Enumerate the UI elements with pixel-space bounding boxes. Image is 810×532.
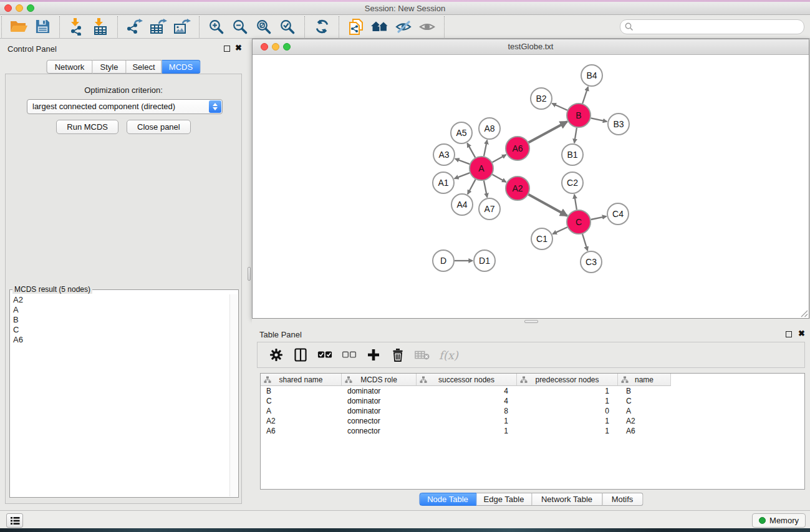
export-image-icon[interactable] [170,16,194,37]
table-cell[interactable]: 8 [417,406,517,416]
table-cell[interactable]: dominator [342,406,417,416]
mcds-result-item[interactable]: C [11,325,228,335]
graph-node-A4[interactable]: A4 [451,194,473,215]
graph-node-A1[interactable]: A1 [433,172,454,193]
graph-edge-C-C2[interactable] [574,195,577,210]
graph-node-A2[interactable]: A2 [506,177,529,200]
float-panel-icon[interactable] [786,331,792,337]
table-cell[interactable]: 1 [517,396,618,406]
select-all-icon[interactable] [317,347,332,362]
tab-mcds[interactable]: MCDS [162,60,201,74]
table-cell[interactable]: A2 [618,416,671,426]
home-icon[interactable] [368,16,392,37]
graph-edge-A-A1[interactable] [455,173,470,178]
graph-edge-A6-B[interactable] [529,122,567,143]
mcds-result-item[interactable]: A [11,305,228,315]
table-cell[interactable]: dominator [342,386,417,396]
splitter-handle[interactable] [248,267,251,281]
graph-node-C3[interactable]: C3 [581,251,602,273]
column-header-successor-nodes[interactable]: successor nodes [417,374,517,386]
graph-node-C2[interactable]: C2 [562,172,583,193]
zoom-in-icon[interactable] [205,16,228,37]
graph-edge-A-A3[interactable] [455,159,470,165]
graph-node-A7[interactable]: A7 [479,198,500,220]
graph-edge-A-A4[interactable] [468,180,476,195]
table-cell[interactable]: B [261,386,342,396]
zoom-fit-icon[interactable] [252,16,276,37]
delete-column-icon[interactable] [390,347,405,362]
table-row[interactable]: Bdominator41B [261,386,804,396]
delete-table-icon[interactable] [415,347,430,362]
float-panel-icon[interactable] [224,46,230,52]
show-task-list-button[interactable] [6,513,23,528]
graph-edge-B-B1[interactable] [574,128,577,143]
tab-network[interactable]: Network [47,60,93,74]
table-cell[interactable]: A [261,406,342,416]
tab-motifs[interactable]: Motifs [602,493,643,506]
table-row[interactable]: Cdominator41C [261,396,804,406]
add-column-icon[interactable] [366,347,381,362]
table-cell[interactable]: A2 [261,416,342,426]
table-cell[interactable]: dominator [342,396,417,406]
hide-graphics-details-icon[interactable] [392,16,415,37]
table-cell[interactable]: connector [342,416,417,426]
graph-node-B[interactable]: B [567,104,591,127]
close-panel-icon[interactable]: ✖ [235,43,242,52]
deselect-all-icon[interactable] [342,347,357,362]
table-row[interactable]: A6connector11A6 [261,426,804,436]
import-network-icon[interactable] [65,16,89,37]
tab-style[interactable]: Style [93,60,127,74]
table-cell[interactable]: A6 [618,426,671,436]
table-cell[interactable]: 4 [417,396,517,406]
graph-edge-A-A6[interactable] [493,155,506,162]
table-cell[interactable]: C [261,396,342,406]
graph-node-C4[interactable]: C4 [607,203,629,225]
resize-grip-icon[interactable] [801,310,808,317]
graph-edge-B-B2[interactable] [552,104,567,110]
graph-node-B1[interactable]: B1 [562,144,583,165]
table-cell[interactable]: A6 [261,426,342,436]
graph-node-D[interactable]: D [433,250,454,271]
column-header-shared-name[interactable]: shared name [261,374,342,386]
session-documents-icon[interactable] [344,16,368,37]
network-canvas[interactable]: B4B2BB3A8A5A6A3B1AA1C2A2A4A7C4CC1C3DD1 [253,56,809,318]
graph-node-B2[interactable]: B2 [531,88,552,109]
result-scrollbar[interactable] [229,294,238,496]
export-network-icon[interactable] [123,16,147,37]
graph-node-B4[interactable]: B4 [581,65,602,86]
gear-icon[interactable] [269,347,284,362]
splitter-handle[interactable] [524,320,538,323]
mcds-result-item[interactable]: A2 [11,295,228,305]
graph-node-D1[interactable]: D1 [474,250,495,271]
refresh-icon[interactable] [310,16,334,37]
show-graphics-details-icon[interactable] [415,16,439,37]
table-cell[interactable]: B [618,386,671,396]
graph-node-C[interactable]: C [567,210,591,234]
graph-edge-B-B4[interactable] [582,87,588,104]
graph-edge-A-A7[interactable] [484,181,487,198]
criterion-select[interactable]: largest connected component (directed) [27,99,223,114]
tab-select[interactable]: Select [127,60,162,74]
graph-node-B3[interactable]: B3 [608,114,629,135]
save-session-icon[interactable] [31,16,54,37]
column-header-MCDS-role[interactable]: MCDS role [342,374,417,386]
graph-edge-A-A5[interactable] [467,143,475,158]
graph-edge-B-B3[interactable] [591,118,607,122]
graph-node-C1[interactable]: C1 [531,228,552,249]
graph-node-A6[interactable]: A6 [506,137,529,160]
export-table-icon[interactable] [147,16,170,37]
run-mcds-button[interactable]: Run MCDS [56,120,118,134]
tab-node-table[interactable]: Node Table [419,493,476,506]
close-panel-button[interactable]: Close panel [127,120,191,134]
table-cell[interactable]: A [618,406,671,416]
graph-node-A5[interactable]: A5 [451,122,472,143]
graph-node-A8[interactable]: A8 [479,118,500,139]
table-row[interactable]: Adominator80A [261,406,804,416]
split-columns-icon[interactable] [293,347,308,362]
search-input[interactable] [620,19,804,34]
open-file-icon[interactable] [7,16,31,37]
close-panel-icon[interactable]: ✖ [798,329,805,338]
table-cell[interactable]: 1 [517,416,618,426]
mcds-result-item[interactable]: B [11,315,228,325]
table-cell[interactable]: C [618,396,671,406]
